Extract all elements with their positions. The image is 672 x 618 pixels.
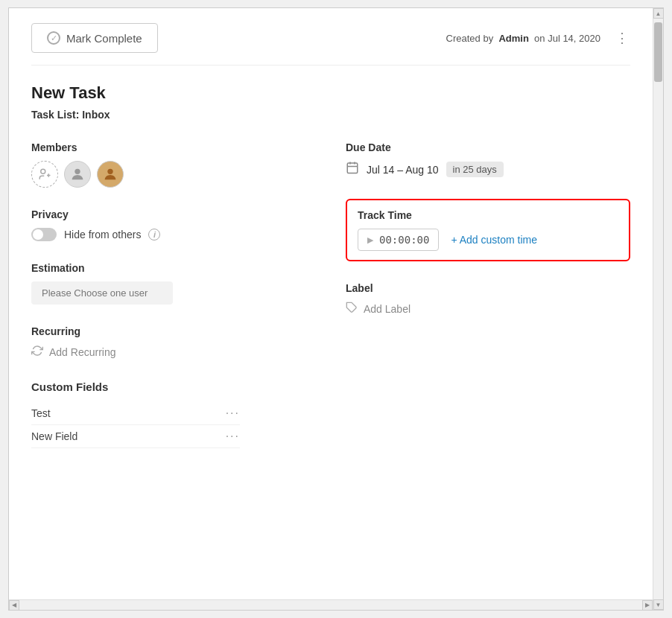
privacy-section: Privacy Hide from others i: [31, 208, 316, 241]
add-member-button[interactable]: [31, 161, 58, 188]
due-date-section: Due Date Jul 14 – Aug 10 in 25 days: [346, 141, 630, 178]
scroll-right-arrow[interactable]: ▶: [642, 600, 653, 611]
right-column: Due Date Jul 14 – Aug 10 in 25 days: [346, 141, 630, 448]
scrollbar-right[interactable]: ▲ ▼: [653, 8, 663, 610]
timer-text: 00:00:00: [379, 234, 429, 246]
custom-field-test: Test ···: [31, 402, 240, 425]
member-avatar-1: [64, 161, 91, 188]
track-time-section: Track Time ▶ 00:00:00 + Add custom time: [346, 199, 630, 261]
scroll-down-arrow[interactable]: ▼: [653, 599, 664, 610]
scroll-left-arrow[interactable]: ◀: [9, 600, 19, 611]
top-bar: ✓ Mark Complete Created by Admin on Jul …: [31, 23, 630, 66]
play-icon[interactable]: ▶: [367, 235, 373, 245]
recurring-label: Recurring: [31, 325, 316, 337]
due-date-label: Due Date: [346, 141, 630, 153]
privacy-row: Hide from others i: [31, 228, 316, 241]
privacy-toggle[interactable]: [31, 228, 57, 241]
custom-field-test-dots[interactable]: ···: [226, 407, 240, 420]
custom-field-new-field-dots[interactable]: ···: [226, 430, 240, 443]
mark-complete-button[interactable]: ✓ Mark Complete: [31, 23, 158, 53]
custom-field-new-field-name: New Field: [31, 430, 77, 442]
scrollbar-bottom[interactable]: ◀ ▶: [9, 599, 653, 610]
label-section-title: Label: [346, 282, 630, 294]
members-label: Members: [31, 141, 316, 153]
top-bar-right: Created by Admin on Jul 14, 2020 ⋮: [446, 30, 630, 46]
custom-field-new-field: New Field ···: [31, 425, 240, 448]
scrollbar-thumb[interactable]: [654, 22, 662, 82]
hide-from-others-label: Hide from others: [64, 229, 141, 240]
mark-complete-label: Mark Complete: [66, 32, 142, 45]
created-by-text: Created by Admin on Jul 14, 2020: [446, 33, 600, 44]
tag-icon: [346, 302, 358, 316]
calendar-icon[interactable]: [346, 161, 359, 178]
label-section: Label Add Label: [346, 282, 630, 316]
track-time-label: Track Time: [358, 209, 618, 221]
svg-point-3: [75, 169, 80, 174]
member-avatar-2: [97, 161, 124, 188]
add-recurring-button[interactable]: Add Recurring: [31, 345, 316, 360]
in-days-badge: in 25 days: [446, 162, 504, 177]
check-icon: ✓: [47, 31, 60, 45]
add-label-text: Add Label: [364, 303, 411, 315]
main-window: ✓ Mark Complete Created by Admin on Jul …: [8, 7, 664, 611]
custom-fields-section: Custom Fields Test ··· New Field ···: [31, 380, 316, 448]
due-date-row: Jul 14 – Aug 10 in 25 days: [346, 161, 630, 178]
svg-point-4: [107, 169, 112, 174]
privacy-label: Privacy: [31, 208, 316, 220]
estimation-label: Estimation: [31, 262, 316, 274]
estimation-input[interactable]: [31, 281, 173, 305]
left-column: Members: [31, 141, 316, 448]
task-list-line: Task List: Inbox: [31, 109, 630, 121]
recurring-section: Recurring Add Recurring: [31, 325, 316, 360]
svg-rect-5: [347, 163, 358, 173]
recurring-icon: [31, 345, 43, 360]
add-custom-time-button[interactable]: + Add custom time: [451, 234, 537, 246]
estimation-section: Estimation: [31, 262, 316, 305]
track-time-inner: ▶ 00:00:00 + Add custom time: [358, 229, 618, 251]
custom-field-test-name: Test: [31, 407, 51, 419]
members-section: Members: [31, 141, 316, 188]
members-row: [31, 161, 316, 188]
two-col-layout: Members: [31, 141, 630, 448]
toggle-knob: [33, 229, 43, 240]
timer-display: ▶ 00:00:00: [358, 229, 439, 251]
custom-fields-title: Custom Fields: [31, 380, 316, 393]
due-date-range: Jul 14 – Aug 10: [367, 164, 439, 176]
scroll-up-arrow[interactable]: ▲: [653, 8, 664, 19]
add-label-button[interactable]: Add Label: [346, 302, 630, 316]
scrollbar-h-track: [19, 600, 642, 610]
scrollbar-track: [653, 19, 663, 599]
more-options-icon[interactable]: ⋮: [615, 30, 630, 46]
add-recurring-label: Add Recurring: [49, 346, 116, 358]
svg-point-0: [41, 169, 45, 173]
content-area: ✓ Mark Complete Created by Admin on Jul …: [9, 8, 653, 599]
task-title: New Task: [31, 83, 630, 103]
privacy-info-icon[interactable]: i: [148, 229, 160, 240]
